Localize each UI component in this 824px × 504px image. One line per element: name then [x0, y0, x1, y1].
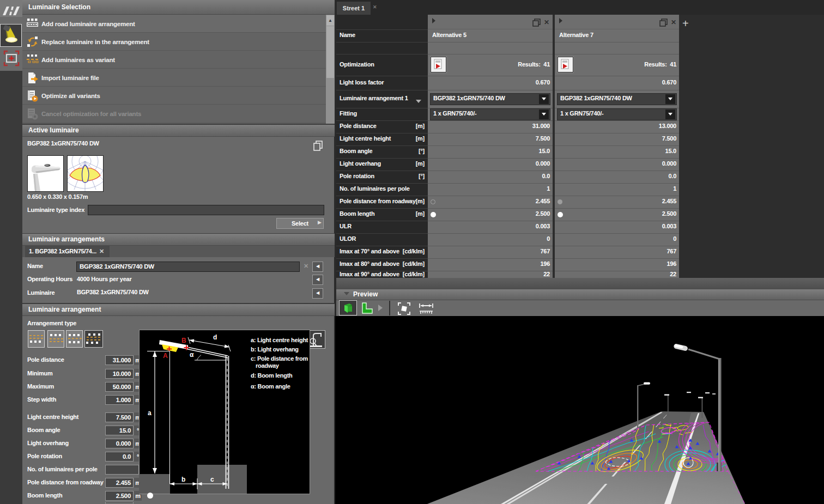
svg-text:a: a [148, 409, 152, 417]
svg-text:b: b [181, 476, 185, 483]
svg-text:d: d [213, 333, 217, 341]
svg-text:b: Light overhang: b: Light overhang [251, 346, 299, 353]
svg-text:a: Light centre height: a: Light centre height [251, 337, 308, 343]
svg-text:α: α [190, 351, 194, 359]
svg-text:A: A [163, 352, 168, 360]
svg-text:d: Boom length: d: Boom length [251, 372, 293, 379]
svg-text:B: B [181, 337, 186, 344]
svg-text:α: Boom angle: α: Boom angle [251, 383, 290, 390]
svg-text:roadway: roadway [256, 362, 280, 369]
svg-text:c: c [210, 476, 214, 483]
svg-text:c: Pole distance from: c: Pole distance from [251, 355, 308, 362]
